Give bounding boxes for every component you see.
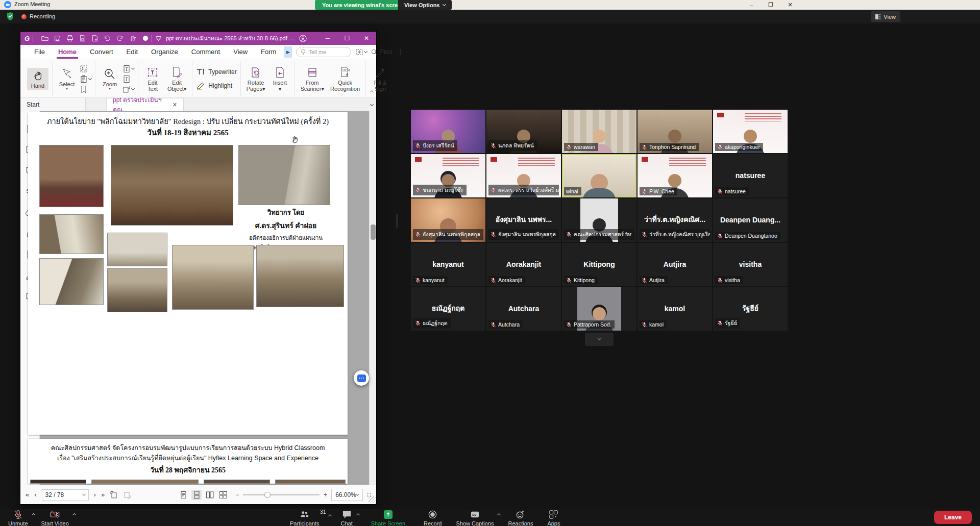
facing-continuous-view-button[interactable] xyxy=(218,490,228,500)
participant-tile[interactable]: Pattraporn Sod. xyxy=(562,287,636,331)
pdf-minimize-button[interactable]: ─ xyxy=(318,32,337,45)
participant-tile[interactable]: คณะศิลปกรรมศาสตร์ far xyxy=(562,198,636,242)
participant-tile[interactable]: kanyanutkanyanut xyxy=(411,243,485,286)
pdf-close-button[interactable]: ✕ xyxy=(357,32,376,45)
ribbon-expand-button[interactable]: ▶ xyxy=(284,46,292,58)
participant-tile[interactable]: AorakanjitAorakanjit xyxy=(486,243,561,286)
reactions-button[interactable]: Reactions xyxy=(508,510,533,526)
next-page-button[interactable]: › xyxy=(94,491,96,498)
tell-me-input[interactable]: Tell me xyxy=(296,47,351,57)
participant-tile[interactable]: Tonphon Sapnirund xyxy=(638,110,712,153)
participant-tile[interactable]: visithavisitha xyxy=(713,243,788,286)
gallery-next-page-button[interactable] xyxy=(585,333,614,346)
participant-tile[interactable]: อังศุมาลิน นพพรพิกุลสกุล xyxy=(411,198,485,242)
participants-button[interactable]: Participants 31 xyxy=(290,510,319,526)
page-number-box[interactable]: 32 / 78 xyxy=(42,489,89,500)
chat-chevron[interactable] xyxy=(356,513,360,517)
document-scrollbar[interactable] xyxy=(369,111,376,485)
minimize-button[interactable]: – xyxy=(743,0,760,10)
participant-tile[interactable]: AutjiraAutjira xyxy=(638,243,712,286)
participant-tile[interactable]: Deanpen Duang...Deanpen Duangtanoo xyxy=(713,198,788,242)
mic-options-chevron[interactable] xyxy=(31,513,35,517)
participant-tile[interactable]: นภดล ทิพยรัตน์ xyxy=(486,110,561,153)
quick-recognition-button[interactable]: OCR QuickRecognition xyxy=(328,65,362,93)
menu-form[interactable]: Form xyxy=(254,45,283,59)
menu-comment[interactable]: Comment xyxy=(185,45,227,59)
account-icon[interactable] xyxy=(299,35,307,42)
captions-chevron[interactable] xyxy=(497,513,501,517)
resize-grip[interactable] xyxy=(369,496,376,504)
view-options-button[interactable]: View Options xyxy=(398,0,452,10)
new-document-icon[interactable] xyxy=(91,35,98,42)
zoom-in-button[interactable]: + xyxy=(324,491,327,498)
rotate-pages-button[interactable]: RotatePages▾ xyxy=(244,65,267,93)
edit-object-button[interactable]: EditObject▾ xyxy=(165,65,188,93)
participants-chevron[interactable] xyxy=(328,514,332,518)
single-page-view-button[interactable] xyxy=(178,490,188,500)
open-file-icon[interactable] xyxy=(41,35,48,42)
participant-tile[interactable]: kamolkamol xyxy=(638,287,712,331)
show-captions-button[interactable]: cc Show Captions xyxy=(456,510,494,526)
last-page-button[interactable]: » xyxy=(101,491,105,498)
fit-width-button[interactable] xyxy=(122,75,131,83)
menu-edit[interactable]: Edit xyxy=(120,45,144,59)
unmute-button[interactable]: Unmute xyxy=(8,510,28,526)
gallery-resize-handle[interactable] xyxy=(397,214,398,228)
tab-list-chevron[interactable] xyxy=(371,98,373,108)
bookmark-button[interactable] xyxy=(80,85,88,93)
record-button[interactable]: Record xyxy=(424,510,442,526)
edit-text-button[interactable]: EditText xyxy=(142,65,163,93)
share-screen-button[interactable]: Share Screen xyxy=(371,510,405,526)
snapshot-tool-button[interactable] xyxy=(355,48,367,56)
clipboard-button[interactable] xyxy=(80,75,91,83)
participant-tile[interactable]: รัฐธีย์รัฐธีย์ xyxy=(713,287,788,331)
from-scanner-button[interactable]: FromScanner▾ xyxy=(298,65,326,93)
zoom-tool-button[interactable]: Zoom▾ xyxy=(99,66,120,92)
participant-tile[interactable]: akaponginkuer xyxy=(713,110,788,153)
tab-start[interactable]: Start xyxy=(20,98,86,111)
zoom-out-button[interactable]: − xyxy=(235,491,239,498)
ribbon-collapse-chevron[interactable] xyxy=(371,86,373,95)
find-button[interactable]: Find xyxy=(371,48,391,56)
apps-button[interactable]: Apps xyxy=(547,510,560,526)
close-button[interactable]: ✕ xyxy=(781,0,799,10)
menu-view[interactable]: View xyxy=(227,45,254,59)
gallery-view-button[interactable]: View xyxy=(871,11,900,22)
highlight-button[interactable]: Highlight xyxy=(196,81,232,90)
rotate-view-button[interactable] xyxy=(122,85,134,93)
prev-page-button[interactable]: ‹ xyxy=(34,491,36,498)
chat-button[interactable]: Chat xyxy=(340,510,352,526)
participant-tile[interactable]: winai xyxy=(562,154,636,197)
participant-tile[interactable]: warawan xyxy=(562,110,636,153)
hand-tool-button[interactable]: Hand xyxy=(27,68,48,90)
collapse-v-icon[interactable] xyxy=(155,36,162,41)
participant-tile[interactable]: ผศ.ดร. สรร ถวัลย์วงศ์ศรี มร... xyxy=(486,154,561,197)
video-options-chevron[interactable] xyxy=(72,513,76,517)
select-image-button[interactable] xyxy=(80,65,88,73)
leave-button[interactable]: Leave xyxy=(934,511,972,524)
record-dot-icon[interactable] xyxy=(142,35,149,41)
hand-tool-dropdown-icon[interactable] xyxy=(129,35,137,42)
participant-tile[interactable]: ธณัฏฐ์กฤตธณัฏฐ์กฤต xyxy=(411,287,485,331)
fit-page-button[interactable] xyxy=(122,65,134,73)
prev-view-icon[interactable] xyxy=(110,491,118,499)
participant-tile[interactable]: natsureenatsuree xyxy=(713,154,788,197)
floating-captions-button[interactable] xyxy=(354,370,369,386)
encryption-shield-icon[interactable] xyxy=(6,12,14,23)
redo-icon[interactable] xyxy=(116,35,124,42)
first-page-button[interactable]: « xyxy=(26,491,29,498)
participant-tile[interactable]: ชนกนาถ มะยูโซ๊ะ xyxy=(411,154,485,197)
participant-tile[interactable]: AutcharaAutchara xyxy=(486,287,561,331)
zoom-slider-knob[interactable] xyxy=(264,492,271,498)
save-icon[interactable] xyxy=(54,35,61,42)
continuous-view-button[interactable] xyxy=(191,490,202,500)
tab-close-icon[interactable]: ✕ xyxy=(173,102,177,108)
undo-icon[interactable] xyxy=(104,35,111,42)
next-view-icon[interactable] xyxy=(123,491,131,499)
menu-convert[interactable]: Convert xyxy=(83,45,120,59)
participant-tile[interactable]: ปังอร เสรีรัตน์ xyxy=(411,110,485,153)
zoom-slider[interactable] xyxy=(243,494,320,495)
tab-document[interactable]: ppt ตรวจประเมินฯคณ...✕ xyxy=(106,98,184,111)
scrollbar-thumb[interactable] xyxy=(371,224,376,240)
pdf-maximize-button[interactable]: ☐ xyxy=(337,32,357,45)
